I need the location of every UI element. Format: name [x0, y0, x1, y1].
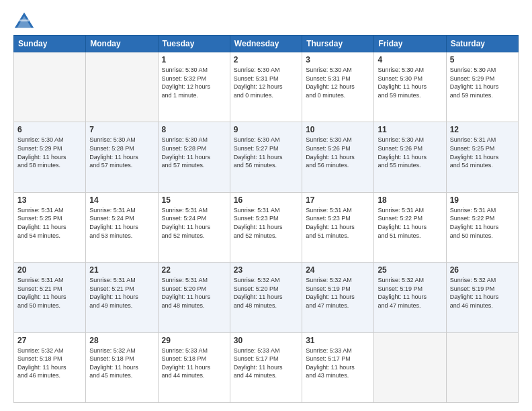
day-number: 14 — [89, 195, 154, 205]
calendar-week-row: 27Sunrise: 5:32 AM Sunset: 5:18 PM Dayli… — [14, 332, 519, 402]
weekday-header: Thursday — [302, 36, 374, 52]
day-number: 4 — [378, 55, 442, 64]
calendar-day-cell: 12Sunrise: 5:31 AM Sunset: 5:25 PM Dayli… — [446, 122, 518, 192]
calendar-day-cell: 10Sunrise: 5:30 AM Sunset: 5:26 PM Dayli… — [302, 122, 374, 192]
day-info: Sunrise: 5:31 AM Sunset: 5:23 PM Dayligh… — [306, 206, 370, 240]
day-info: Sunrise: 5:30 AM Sunset: 5:31 PM Dayligh… — [306, 66, 370, 99]
day-info: Sunrise: 5:32 AM Sunset: 5:18 PM Dayligh… — [89, 347, 154, 380]
day-number: 23 — [234, 265, 298, 275]
day-info: Sunrise: 5:32 AM Sunset: 5:19 PM Dayligh… — [450, 276, 515, 310]
day-number: 7 — [89, 125, 154, 134]
day-info: Sunrise: 5:30 AM Sunset: 5:32 PM Dayligh… — [162, 66, 226, 99]
day-info: Sunrise: 5:30 AM Sunset: 5:29 PM Dayligh… — [17, 136, 82, 169]
day-info: Sunrise: 5:30 AM Sunset: 5:27 PM Dayligh… — [234, 136, 298, 169]
day-info: Sunrise: 5:32 AM Sunset: 5:19 PM Dayligh… — [306, 276, 370, 310]
day-info: Sunrise: 5:31 AM Sunset: 5:23 PM Dayligh… — [234, 206, 298, 240]
svg-rect-2 — [19, 19, 29, 21]
calendar-day-cell: 18Sunrise: 5:31 AM Sunset: 5:22 PM Dayli… — [374, 192, 446, 262]
calendar-day-cell: 3Sunrise: 5:30 AM Sunset: 5:31 PM Daylig… — [302, 52, 374, 122]
day-info: Sunrise: 5:31 AM Sunset: 5:22 PM Dayligh… — [450, 206, 515, 240]
header — [13, 11, 519, 30]
day-number: 21 — [89, 265, 154, 275]
day-info: Sunrise: 5:31 AM Sunset: 5:21 PM Dayligh… — [89, 276, 154, 310]
day-number: 27 — [17, 336, 82, 345]
day-number: 17 — [306, 195, 370, 205]
calendar-day-cell: 1Sunrise: 5:30 AM Sunset: 5:32 PM Daylig… — [158, 52, 230, 122]
calendar-day-cell — [14, 52, 86, 122]
calendar-day-cell: 7Sunrise: 5:30 AM Sunset: 5:28 PM Daylig… — [86, 122, 158, 192]
calendar-day-cell — [446, 332, 518, 402]
calendar-day-cell — [86, 52, 158, 122]
calendar-day-cell: 2Sunrise: 5:30 AM Sunset: 5:31 PM Daylig… — [230, 52, 302, 122]
day-number: 30 — [234, 336, 298, 345]
calendar-day-cell: 27Sunrise: 5:32 AM Sunset: 5:18 PM Dayli… — [14, 332, 86, 402]
day-number: 26 — [450, 265, 515, 275]
calendar-table: SundayMondayTuesdayWednesdayThursdayFrid… — [13, 35, 519, 403]
day-number: 16 — [234, 195, 298, 205]
day-info: Sunrise: 5:30 AM Sunset: 5:26 PM Dayligh… — [306, 136, 370, 169]
day-number: 18 — [378, 195, 442, 205]
calendar-day-cell: 26Sunrise: 5:32 AM Sunset: 5:19 PM Dayli… — [446, 263, 518, 332]
day-info: Sunrise: 5:31 AM Sunset: 5:25 PM Dayligh… — [17, 206, 82, 240]
day-info: Sunrise: 5:32 AM Sunset: 5:19 PM Dayligh… — [378, 276, 442, 310]
calendar-day-cell: 4Sunrise: 5:30 AM Sunset: 5:30 PM Daylig… — [374, 52, 446, 122]
day-number: 29 — [162, 336, 226, 345]
weekday-header: Monday — [86, 36, 158, 52]
calendar-day-cell: 9Sunrise: 5:30 AM Sunset: 5:27 PM Daylig… — [230, 122, 302, 192]
weekday-header: Wednesday — [230, 36, 302, 52]
day-info: Sunrise: 5:32 AM Sunset: 5:18 PM Dayligh… — [17, 347, 82, 380]
day-info: Sunrise: 5:31 AM Sunset: 5:24 PM Dayligh… — [89, 206, 154, 240]
day-number: 1 — [162, 55, 226, 64]
calendar-header-row: SundayMondayTuesdayWednesdayThursdayFrid… — [14, 36, 519, 52]
day-number: 11 — [378, 125, 442, 134]
day-number: 24 — [306, 265, 370, 275]
day-info: Sunrise: 5:31 AM Sunset: 5:22 PM Dayligh… — [378, 206, 442, 240]
calendar-day-cell — [374, 332, 446, 402]
logo — [13, 11, 38, 30]
calendar-day-cell: 23Sunrise: 5:32 AM Sunset: 5:20 PM Dayli… — [230, 263, 302, 332]
calendar-week-row: 20Sunrise: 5:31 AM Sunset: 5:21 PM Dayli… — [14, 263, 519, 332]
day-info: Sunrise: 5:33 AM Sunset: 5:17 PM Dayligh… — [234, 347, 298, 380]
day-info: Sunrise: 5:30 AM Sunset: 5:28 PM Dayligh… — [162, 136, 226, 169]
day-number: 22 — [162, 265, 226, 275]
day-number: 20 — [17, 265, 82, 275]
calendar-day-cell: 5Sunrise: 5:30 AM Sunset: 5:29 PM Daylig… — [446, 52, 518, 122]
weekday-header: Sunday — [14, 36, 86, 52]
day-number: 12 — [450, 125, 515, 134]
logo-icon — [13, 11, 35, 30]
calendar-week-row: 1Sunrise: 5:30 AM Sunset: 5:32 PM Daylig… — [14, 52, 519, 122]
calendar-week-row: 13Sunrise: 5:31 AM Sunset: 5:25 PM Dayli… — [14, 192, 519, 262]
calendar-week-row: 6Sunrise: 5:30 AM Sunset: 5:29 PM Daylig… — [14, 122, 519, 192]
day-info: Sunrise: 5:31 AM Sunset: 5:21 PM Dayligh… — [17, 276, 82, 310]
calendar-day-cell: 24Sunrise: 5:32 AM Sunset: 5:19 PM Dayli… — [302, 263, 374, 332]
day-info: Sunrise: 5:30 AM Sunset: 5:29 PM Dayligh… — [450, 66, 515, 99]
calendar-day-cell: 20Sunrise: 5:31 AM Sunset: 5:21 PM Dayli… — [14, 263, 86, 332]
day-number: 9 — [234, 125, 298, 134]
calendar-day-cell: 21Sunrise: 5:31 AM Sunset: 5:21 PM Dayli… — [86, 263, 158, 332]
calendar-day-cell: 25Sunrise: 5:32 AM Sunset: 5:19 PM Dayli… — [374, 263, 446, 332]
page: SundayMondayTuesdayWednesdayThursdayFrid… — [0, 0, 532, 411]
day-info: Sunrise: 5:33 AM Sunset: 5:18 PM Dayligh… — [162, 347, 226, 380]
calendar-day-cell: 15Sunrise: 5:31 AM Sunset: 5:24 PM Dayli… — [158, 192, 230, 262]
day-number: 6 — [17, 125, 82, 134]
day-number: 28 — [89, 336, 154, 345]
calendar-day-cell: 17Sunrise: 5:31 AM Sunset: 5:23 PM Dayli… — [302, 192, 374, 262]
day-number: 2 — [234, 55, 298, 64]
calendar-day-cell: 13Sunrise: 5:31 AM Sunset: 5:25 PM Dayli… — [14, 192, 86, 262]
calendar-day-cell: 11Sunrise: 5:30 AM Sunset: 5:26 PM Dayli… — [374, 122, 446, 192]
calendar-day-cell: 28Sunrise: 5:32 AM Sunset: 5:18 PM Dayli… — [86, 332, 158, 402]
day-number: 10 — [306, 125, 370, 134]
day-info: Sunrise: 5:31 AM Sunset: 5:20 PM Dayligh… — [162, 276, 226, 310]
day-info: Sunrise: 5:30 AM Sunset: 5:28 PM Dayligh… — [89, 136, 154, 169]
weekday-header: Saturday — [446, 36, 518, 52]
calendar-day-cell: 6Sunrise: 5:30 AM Sunset: 5:29 PM Daylig… — [14, 122, 86, 192]
day-info: Sunrise: 5:31 AM Sunset: 5:25 PM Dayligh… — [450, 136, 515, 169]
day-info: Sunrise: 5:30 AM Sunset: 5:26 PM Dayligh… — [378, 136, 442, 169]
day-number: 3 — [306, 55, 370, 64]
day-info: Sunrise: 5:33 AM Sunset: 5:17 PM Dayligh… — [306, 347, 370, 380]
calendar-day-cell: 30Sunrise: 5:33 AM Sunset: 5:17 PM Dayli… — [230, 332, 302, 402]
day-info: Sunrise: 5:31 AM Sunset: 5:24 PM Dayligh… — [162, 206, 226, 240]
calendar-day-cell: 8Sunrise: 5:30 AM Sunset: 5:28 PM Daylig… — [158, 122, 230, 192]
day-info: Sunrise: 5:32 AM Sunset: 5:20 PM Dayligh… — [234, 276, 298, 310]
weekday-header: Friday — [374, 36, 446, 52]
